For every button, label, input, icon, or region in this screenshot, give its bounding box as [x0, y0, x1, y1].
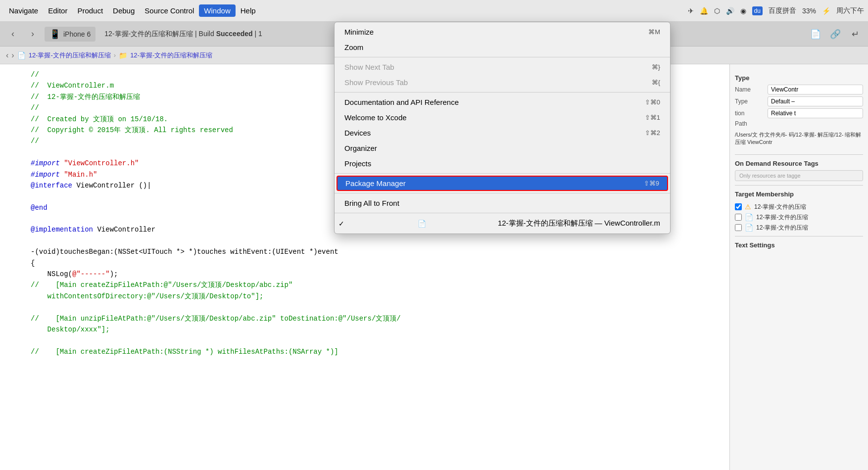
menu-debug[interactable]: Debug	[108, 4, 140, 17]
active-window-label: 12-掌握-文件的压缩和解压缩 — ViewController.m	[498, 219, 660, 228]
panel-path-row: Path	[735, 120, 863, 127]
ime-label: 百度拼音	[769, 6, 796, 15]
battery-charging-icon: ⚡	[822, 7, 830, 15]
enter-icon[interactable]: ↵	[847, 26, 863, 42]
breadcrumb-item-1[interactable]: 12-掌握-文件的压缩和解压缩	[29, 51, 111, 60]
file-icon[interactable]: 📄	[808, 26, 823, 42]
toolbar-right: 📄 🔗 ↵	[808, 26, 863, 42]
menu-editor[interactable]: Editor	[43, 4, 72, 17]
type-label: Type	[735, 98, 765, 105]
docs-label: Documentation and API Reference	[344, 98, 459, 106]
welcome-label: Welcome to Xcode	[344, 113, 407, 122]
datetime-label: 周六下午	[836, 6, 864, 15]
separator3	[735, 236, 863, 236]
panel-type-row: Type Default –	[735, 96, 863, 106]
on-demand-placeholder: Only resources are tagge	[735, 170, 863, 181]
separator2	[735, 185, 863, 186]
du-icon: du	[752, 6, 763, 15]
panel-location-row: tion Relative t	[735, 108, 863, 118]
breadcrumb-icon-2: 📁	[119, 51, 127, 59]
separator-4	[335, 193, 670, 193]
organizer-label: Organizer	[344, 144, 377, 152]
devices-label: Devices	[344, 129, 371, 137]
plane-icon: ✈	[688, 7, 694, 15]
minimize-shortcut: ⌘M	[648, 28, 660, 36]
docs-shortcut: ⇧⌘0	[645, 98, 660, 106]
device-icon: 📱	[49, 29, 60, 40]
path-text: /Users/文 作文件夹/6- 码/12-掌握- 解压缩/12- 缩和解压缩 …	[735, 129, 863, 150]
breadcrumb-icon-1: 📄	[17, 51, 26, 59]
menu-help[interactable]: Help	[236, 4, 261, 17]
menu-item-show-prev-tab: Show Previous Tab ⌘{	[335, 75, 670, 90]
separator-1	[335, 57, 670, 57]
type-section-title: Type	[735, 74, 863, 82]
target-icon-1: ⚠	[745, 203, 751, 211]
menu-item-zoom[interactable]: Zoom	[335, 40, 670, 55]
show-next-tab-shortcut: ⌘}	[652, 63, 660, 71]
right-panel: Type Name ViewContr Type Default – tion …	[729, 64, 868, 470]
code-line: // [Main createZipFileAtPath:@"/Users/文顶…	[0, 280, 729, 290]
package-manager-shortcut: ⇧⌘9	[644, 180, 659, 187]
menu-item-minimize[interactable]: Minimize ⌘M	[335, 24, 670, 40]
menu-item-active-window[interactable]: ✓ 📄 12-掌握-文件的压缩和解压缩 — ViewController.m	[335, 215, 670, 232]
location-label: tion	[735, 110, 765, 117]
menubar-right: ✈ 🔔 ⬡ 🔊 ◉ du 百度拼音 33% ⚡ 周六下午	[688, 6, 864, 15]
breadcrumb-forward[interactable]: ›	[11, 51, 14, 60]
separator-2	[335, 92, 670, 93]
link-icon[interactable]: 🔗	[827, 26, 843, 42]
code-line: // [Main createZipFileAtPath:(NSString *…	[0, 346, 729, 357]
menu-source-control[interactable]: Source Control	[140, 4, 199, 17]
window-dropdown: Minimize ⌘M Zoom Show Next Tab ⌘} Show P…	[334, 22, 671, 234]
nav-back-button[interactable]: ‹	[5, 26, 21, 42]
target-checkbox-1[interactable]	[735, 203, 742, 210]
devices-shortcut: ⇧⌘2	[645, 129, 660, 137]
name-value: ViewContr	[768, 85, 863, 94]
menu-product[interactable]: Product	[72, 4, 108, 17]
build-status: 12-掌握-文件的压缩和解压缩 | Build Succeeded | 1	[104, 30, 262, 39]
active-window-icon: 📄	[418, 220, 426, 228]
menubar: Navigate Editor Product Debug Source Con…	[0, 0, 868, 22]
wifi-icon: ◉	[740, 7, 746, 15]
welcome-shortcut: ⇧⌘1	[645, 114, 660, 121]
breadcrumb-back[interactable]: ‹	[6, 51, 8, 60]
breadcrumb-item-2[interactable]: 12-掌握-文件的压缩和解压缩	[130, 51, 212, 60]
nav-forward-button[interactable]: ›	[25, 26, 41, 42]
package-manager-label: Package Manager	[345, 179, 406, 188]
path-label: Path	[735, 120, 765, 127]
target-label-1: 12-掌握-文件的压缩	[754, 203, 806, 211]
menu-item-package-manager[interactable]: Package Manager ⇧⌘9	[337, 176, 668, 191]
device-selector[interactable]: 📱 iPhone 6	[45, 27, 96, 42]
menu-navigate[interactable]: Navigate	[4, 4, 43, 17]
target-checkbox-3[interactable]	[735, 224, 742, 231]
on-demand-title: On Demand Resource Tags	[735, 160, 863, 167]
projects-label: Projects	[344, 159, 371, 168]
menu-item-organizer[interactable]: Organizer	[335, 141, 670, 156]
check-icon: ✓	[338, 220, 346, 228]
target-item-1: ⚠ 12-掌握-文件的压缩	[735, 203, 863, 211]
menu-item-projects[interactable]: Projects	[335, 156, 670, 171]
code-line	[0, 335, 729, 346]
show-prev-tab-shortcut: ⌘{	[652, 79, 660, 86]
code-line: withContentsOfDirectory:@"/Users/文顶顶/Des…	[0, 291, 729, 302]
code-line: {	[0, 258, 729, 269]
minimize-label: Minimize	[344, 28, 374, 36]
breadcrumb-sep-1: ›	[114, 51, 116, 59]
code-line: Desktop/xxxx"];	[0, 324, 729, 335]
bring-all-label: Bring All to Front	[344, 199, 399, 207]
menu-item-devices[interactable]: Devices ⇧⌘2	[335, 125, 670, 141]
target-icon-3: 📄	[745, 224, 753, 232]
menu-window[interactable]: Window	[199, 4, 235, 17]
target-checkbox-2[interactable]	[735, 214, 742, 221]
menu-item-welcome[interactable]: Welcome to Xcode ⇧⌘1	[335, 110, 670, 125]
show-next-tab-label: Show Next Tab	[344, 63, 394, 71]
menu-item-docs[interactable]: Documentation and API Reference ⇧⌘0	[335, 94, 670, 110]
location-value: Relative t	[768, 108, 863, 118]
code-line	[0, 302, 729, 313]
bell-icon: 🔔	[700, 7, 708, 15]
device-label: iPhone 6	[63, 30, 91, 38]
menu-item-bring-all[interactable]: Bring All to Front	[335, 195, 670, 211]
bluetooth-icon: ⬡	[714, 7, 720, 15]
panel-name-row: Name ViewContr	[735, 85, 863, 94]
code-line: NSLog(@"------");	[0, 269, 729, 280]
separator-3	[335, 173, 670, 174]
